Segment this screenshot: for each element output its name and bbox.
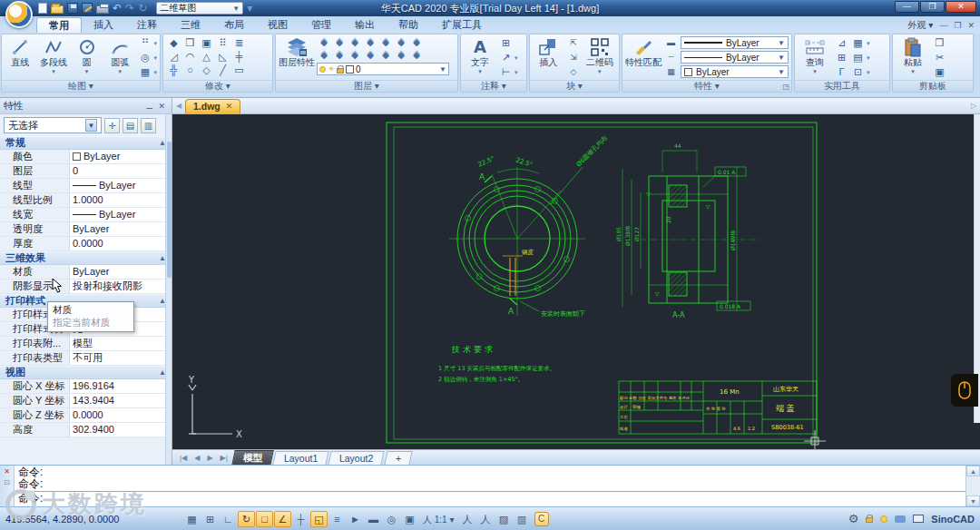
layer-tool-icon[interactable]: ◆ bbox=[394, 49, 408, 62]
document-tab[interactable]: 1.dwg ✕ bbox=[185, 99, 240, 113]
ortho-mode-icon[interactable]: ∟ bbox=[220, 511, 237, 527]
qat-menu-icon[interactable]: ▾ bbox=[247, 3, 252, 14]
annotation-visibility-icon[interactable]: 人 bbox=[459, 511, 476, 527]
tab-scroll-right-icon[interactable]: ▷ bbox=[967, 99, 980, 113]
id-point-tool-icon[interactable]: ▦ bbox=[850, 36, 866, 50]
layer-tool-icon[interactable]: ◆ bbox=[348, 49, 362, 62]
distance-tool-icon[interactable]: ⊿ bbox=[834, 36, 849, 50]
annotation-autoscale-icon[interactable]: 人 bbox=[477, 511, 495, 527]
mirror-tool-icon[interactable]: ▣ bbox=[199, 36, 214, 50]
array-tool-icon[interactable]: ⠿ bbox=[215, 36, 230, 50]
select-window-tool-icon[interactable]: ⊡ bbox=[850, 65, 866, 79]
cut-clip-icon[interactable]: ✂ bbox=[932, 51, 947, 64]
close-icon[interactable]: ✕ bbox=[155, 102, 168, 111]
layer-tool-icon[interactable]: ◆ bbox=[409, 49, 424, 62]
fillet-tool-icon[interactable]: ◠ bbox=[182, 50, 198, 64]
block-edit-icon[interactable]: ⇱ bbox=[566, 36, 582, 50]
layer-tool-icon[interactable]: ◆ bbox=[378, 36, 393, 49]
clean-screen-icon[interactable]: C bbox=[534, 512, 549, 526]
quick-select-icon[interactable]: ▥ bbox=[141, 118, 156, 133]
scroll-up-icon[interactable]: ▲ bbox=[966, 466, 980, 476]
layer-tool-icon[interactable]: ◆ bbox=[363, 49, 377, 62]
tab-scroll-left-icon[interactable]: ◀ bbox=[172, 99, 185, 113]
linetype-list-icon[interactable]: ┄ bbox=[663, 51, 679, 64]
scale-tool-icon[interactable]: △ bbox=[199, 50, 214, 64]
monitor-icon[interactable] bbox=[913, 515, 924, 523]
prev-tab-icon[interactable]: ◀ bbox=[191, 454, 203, 462]
workspace-switch-icon[interactable]: ▨ bbox=[495, 511, 513, 527]
tab-help[interactable]: 帮助 bbox=[387, 17, 430, 33]
new-icon[interactable] bbox=[38, 3, 47, 14]
group-label-properties[interactable]: 特性 ▾ bbox=[622, 80, 791, 92]
arc-button[interactable]: 圆弧 ▾ bbox=[104, 36, 136, 80]
tab-output[interactable]: 输出 bbox=[343, 17, 387, 33]
layer-properties-button[interactable]: 图层特性 bbox=[279, 36, 315, 80]
command-scrollbar[interactable]: ▲ ▼ bbox=[965, 466, 980, 506]
palette-scrollbar[interactable] bbox=[165, 114, 172, 465]
tab-manage[interactable]: 管理 bbox=[299, 17, 343, 33]
3d-osnap-icon[interactable]: ┼ bbox=[292, 511, 309, 527]
last-tab-icon[interactable]: ▶| bbox=[217, 454, 231, 462]
copy-clip-icon[interactable]: ❒ bbox=[932, 36, 947, 50]
group-label-modify[interactable]: 修改 ▾ bbox=[163, 80, 272, 92]
pin-icon[interactable]: ⚊ bbox=[142, 102, 155, 111]
undo-icon[interactable]: ↶ bbox=[113, 3, 122, 14]
measure-button[interactable]: 查询 ▾ bbox=[798, 36, 832, 80]
grip-icon[interactable]: ⊡ bbox=[4, 478, 10, 486]
tab-model[interactable]: 模型 bbox=[231, 450, 274, 466]
copy-tool-icon[interactable]: ❒ bbox=[182, 36, 198, 50]
group-label-annotate[interactable]: 注释 ▾ bbox=[461, 80, 526, 92]
zoom-tool-icon[interactable]: ◎ bbox=[383, 511, 400, 527]
scroll-down-icon[interactable]: ▼ bbox=[966, 496, 980, 506]
point-style-tool-icon[interactable]: Г bbox=[834, 65, 849, 79]
tab-home[interactable]: 常用 bbox=[36, 17, 82, 33]
table-tool-icon[interactable]: ⊞ bbox=[498, 36, 514, 50]
selection-cycling-icon[interactable]: ► bbox=[347, 511, 364, 527]
annotation-scale-control[interactable]: 人 1:1 ▾ bbox=[419, 511, 458, 527]
command-input[interactable]: 命令: bbox=[15, 492, 965, 506]
color-list-icon[interactable]: ▦ bbox=[663, 65, 679, 79]
dynamic-input-icon[interactable]: ≡ bbox=[328, 511, 346, 527]
object-snap-tracking-icon[interactable]: ∠ bbox=[274, 511, 291, 527]
doc-minimize-button[interactable]: — bbox=[939, 21, 947, 30]
app-logo-icon[interactable] bbox=[5, 1, 33, 28]
move-tool-icon[interactable]: ╬ bbox=[166, 64, 181, 77]
save-as-icon[interactable] bbox=[82, 3, 93, 14]
layer-tool-icon[interactable]: ◆ bbox=[332, 36, 347, 49]
refresh-icon[interactable]: ↻ bbox=[138, 3, 147, 14]
appearance-menu[interactable]: 外观 ▾ bbox=[908, 19, 934, 32]
floating-mouse-widget[interactable] bbox=[951, 374, 978, 407]
chamfer-tool-icon[interactable]: ◺ bbox=[215, 50, 230, 64]
open-icon[interactable] bbox=[51, 5, 64, 14]
redo-icon[interactable]: ↷ bbox=[125, 3, 134, 14]
fullscreen-icon[interactable]: ▥ bbox=[514, 511, 531, 527]
insert-block-button[interactable]: 插入 bbox=[533, 36, 564, 80]
chat-icon[interactable] bbox=[895, 515, 906, 523]
polyline-button[interactable]: 多段线 ▾ bbox=[38, 36, 70, 80]
point-tool-icon[interactable]: ⠛ bbox=[138, 36, 153, 50]
close-icon[interactable]: ✕ bbox=[226, 100, 233, 113]
tab-layout2[interactable]: Layout2 bbox=[328, 451, 386, 465]
donut-tool-icon[interactable]: ◎ bbox=[138, 51, 153, 64]
tab-layout1[interactable]: Layout1 bbox=[272, 451, 329, 465]
paste-button[interactable]: 粘贴 ▾ bbox=[896, 36, 930, 80]
paste-special-icon[interactable]: ▣ bbox=[932, 65, 947, 79]
section-3d-effects[interactable]: 三维效果▲ bbox=[0, 251, 172, 265]
scrollbar-thumb[interactable] bbox=[167, 142, 172, 278]
object-snap-icon[interactable]: □ bbox=[256, 511, 273, 527]
layer-tool-icon[interactable]: ◆ bbox=[348, 36, 362, 49]
command-history[interactable]: 命令: 命令: bbox=[15, 466, 965, 492]
trim-tool-icon[interactable]: ╱ bbox=[215, 64, 230, 77]
layer-tool-icon[interactable]: ◆ bbox=[317, 36, 331, 49]
group-label-block[interactable]: 块 ▾ bbox=[530, 80, 619, 92]
erase-tool-icon[interactable]: ◆ bbox=[166, 36, 181, 50]
group-label-utilities[interactable]: 实用工具 bbox=[795, 80, 889, 92]
section-general[interactable]: 常规▲ bbox=[0, 136, 172, 150]
dialog-launcher-icon[interactable]: ◳ bbox=[782, 83, 789, 91]
linetype-selector[interactable]: ByLayer ▼ bbox=[681, 51, 789, 64]
grid-display-icon[interactable]: ▦ bbox=[183, 511, 201, 527]
match-properties-button[interactable]: 特性匹配 bbox=[625, 36, 662, 80]
group-label-draw[interactable]: 绘图 ▾ bbox=[2, 80, 160, 92]
unlock-icon[interactable] bbox=[866, 517, 873, 523]
layer-tool-icon[interactable]: ◆ bbox=[394, 36, 408, 49]
